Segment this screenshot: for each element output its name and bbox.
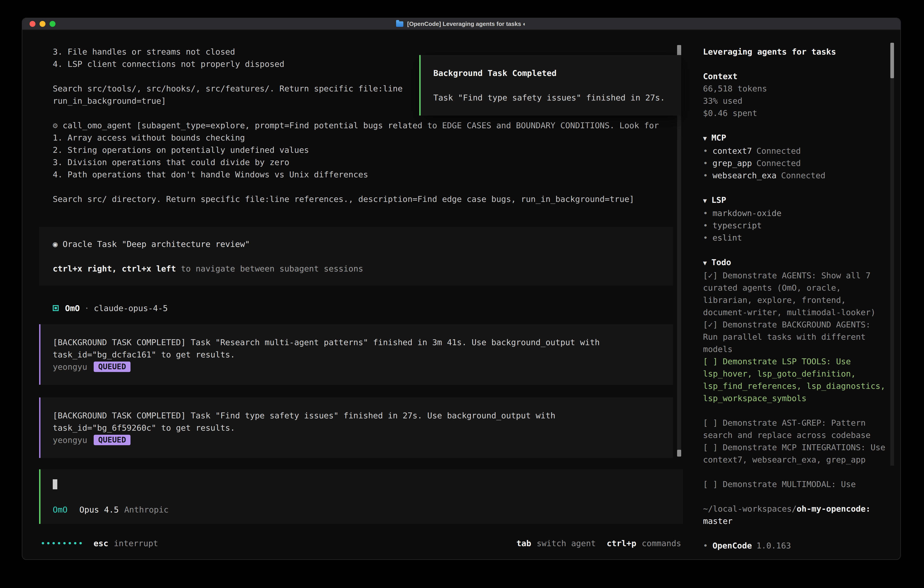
- close-window-button[interactable]: [30, 21, 35, 27]
- session-sidebar: Leveraging agents for tasks Context 66,5…: [703, 30, 900, 559]
- message-meta: yeongyuQUEUED: [53, 434, 662, 446]
- message-author: yeongyu: [53, 362, 87, 372]
- ctrlp-key-label: commands: [642, 538, 681, 548]
- workspace-path: ~/local-workspaces/oh-my-opencode: maste…: [703, 502, 887, 527]
- esc-key-label: interrupt: [114, 538, 158, 548]
- mcp-item-grep-app: •grep_appConnected: [703, 157, 887, 169]
- lsp-item-markdown-oxide: •markdown-oxide: [703, 207, 887, 219]
- mcp-item-context7: •context7Connected: [703, 145, 887, 157]
- bullet-icon: •: [703, 221, 708, 230]
- session-title: Leveraging agents for tasks: [703, 45, 887, 58]
- lsp-item-eslint: •eslint: [703, 231, 887, 244]
- oracle-task-title: ◉ Oracle Task "Deep architecture review": [53, 238, 673, 250]
- tool-call-line: ⚙ call_omo_agent [subagent_type=explore,…: [53, 119, 676, 131]
- lsp-section-header[interactable]: ▼LSP: [703, 194, 887, 207]
- context-spent: $0.46 spent: [703, 107, 887, 119]
- bullet-icon: •: [703, 158, 708, 168]
- notification-title: Background Task Completed: [433, 67, 668, 79]
- mcp-item-websearch-exa: •websearch_exaConnected: [703, 169, 887, 182]
- tab-key-hint: tab: [516, 538, 531, 548]
- minimize-window-button[interactable]: [40, 21, 46, 27]
- status-bar: ••••••••escinterrupt tabswitch agentctrl…: [40, 537, 681, 549]
- agent-model: claude-opus-4-5: [94, 302, 168, 314]
- context-used: 33% used: [703, 94, 887, 107]
- progress-spinner-icon: ••••••••: [40, 538, 83, 548]
- todo-section-header[interactable]: ▼Todo: [703, 256, 887, 269]
- todo-item: [✓] Demonstrate BACKGROUND AGENTS: Run p…: [703, 318, 887, 355]
- agent-square-icon: [53, 305, 59, 311]
- subagent-nav-hint: ctrl+x right, ctrl+x left to navigate be…: [53, 263, 673, 275]
- mcp-section-header[interactable]: ▼MCP: [703, 131, 887, 145]
- zoom-window-button[interactable]: [50, 21, 56, 27]
- fisheye-icon: ◉: [53, 239, 58, 249]
- main-scrollbar-thumb-bottom[interactable]: [677, 450, 681, 457]
- input-model-name: Opus 4.5: [79, 505, 119, 514]
- message-text: [BACKGROUND TASK COMPLETED] Task "Find t…: [53, 409, 662, 421]
- message-meta: yeongyuQUEUED: [53, 361, 662, 373]
- tool-call-item: 1. Array access without bounds checking: [53, 131, 676, 144]
- input-agent-name: OmO: [53, 505, 68, 514]
- queued-badge: QUEUED: [94, 362, 131, 372]
- tool-call-text: call_omo_agent [subagent_type=explore, p…: [63, 121, 659, 130]
- screen: [OpenCode] Leveraging agents for tasks ◐…: [0, 0, 924, 588]
- background-task-notification[interactable]: Background Task Completed Task "Find typ…: [419, 55, 681, 116]
- todo-item: [ ] Demonstrate MULTIMODAL: Use: [703, 478, 887, 490]
- traffic-lights: [30, 18, 56, 30]
- window-title-group: [OpenCode] Leveraging agents for tasks ◐: [396, 20, 526, 27]
- sidebar-scrollbar-thumb[interactable]: [890, 43, 894, 78]
- bullet-icon: •: [703, 233, 708, 243]
- gear-icon: ⚙: [53, 121, 58, 130]
- message-card: [BACKGROUND TASK COMPLETED] Task "Find t…: [39, 398, 673, 458]
- tool-call-item: 2. String operations on potentially unde…: [53, 144, 676, 156]
- spacer: [53, 180, 676, 193]
- bullet-icon: •: [703, 170, 708, 180]
- separator-dot: ·: [84, 302, 89, 314]
- todo-item: [ ] Demonstrate MCP INTEGRATIONS: Use co…: [703, 441, 887, 466]
- context-heading: Context: [703, 70, 887, 82]
- context-tokens: 66,518 tokens: [703, 82, 887, 94]
- tool-call-item: 3. Division operations that could divide…: [53, 156, 676, 168]
- message-text: task_id="bg_6f59260c" to get results.: [53, 421, 662, 434]
- nav-hint-text: to navigate between subagent sessions: [176, 264, 363, 273]
- sidebar-scrollbar-track[interactable]: [890, 43, 894, 466]
- notification-body: Task "Find type safety issues" finished …: [433, 91, 668, 104]
- agent-header: OmO · claude-opus-4-5: [53, 302, 703, 314]
- window-title: [OpenCode] Leveraging agents for tasks ◐: [407, 20, 526, 27]
- oracle-task-panel: ◉ Oracle Task "Deep architecture review"…: [39, 227, 673, 286]
- status-right: tabswitch agentctrl+pcommands: [516, 537, 681, 549]
- main-terminal-pane: 3. File handles or streams not closed 4.…: [22, 30, 703, 559]
- titlebar[interactable]: [OpenCode] Leveraging agents for tasks ◐: [22, 18, 900, 30]
- message-text: task_id="bg_dcfac161" to get results.: [53, 349, 662, 361]
- chat-input[interactable]: OmOOpus 4.5Anthropic: [39, 469, 683, 524]
- lsp-item-typescript: •typescript: [703, 219, 887, 231]
- chevron-down-icon: ▼: [703, 197, 707, 204]
- nav-hint-keys: ctrl+x right, ctrl+x left: [53, 264, 176, 273]
- bullet-icon: •: [703, 541, 708, 550]
- tool-call-closing: Search src/ directory. Return specific f…: [53, 193, 676, 205]
- folder-icon: [396, 21, 404, 26]
- status-left: ••••••••escinterrupt: [40, 537, 158, 549]
- bullet-icon: •: [703, 146, 708, 155]
- model-indicator: OmOOpus 4.5Anthropic: [53, 504, 672, 516]
- opencode-version: •OpenCode1.0.163: [703, 539, 887, 552]
- todo-item: [✓] Demonstrate AGENTS: Show all 7 curat…: [703, 269, 887, 318]
- queued-badge: QUEUED: [94, 435, 131, 445]
- message-author: yeongyu: [53, 435, 87, 445]
- message-card: [BACKGROUND TASK COMPLETED] Task "Resear…: [39, 324, 673, 385]
- agent-name: OmO: [65, 302, 80, 314]
- input-model-provider: Anthropic: [124, 505, 168, 514]
- text-cursor: [53, 479, 57, 489]
- chevron-down-icon: ▼: [703, 135, 707, 142]
- terminal-window: [OpenCode] Leveraging agents for tasks ◐…: [22, 18, 901, 560]
- chevron-down-icon: ▼: [703, 259, 707, 266]
- ctrlp-key-hint: ctrl+p: [607, 538, 636, 548]
- todo-item-active: [ ] Demonstrate LSP TOOLS: Use lsp_hover…: [703, 355, 887, 404]
- tab-key-label: switch agent: [536, 538, 596, 548]
- todo-item: [ ] Demonstrate AST-GREP: Pattern search…: [703, 416, 887, 441]
- tool-call-item: 4. Path operations that don't handle Win…: [53, 168, 676, 180]
- message-text: [BACKGROUND TASK COMPLETED] Task "Resear…: [53, 336, 662, 349]
- esc-key-hint: esc: [94, 538, 108, 548]
- bullet-icon: •: [703, 208, 708, 218]
